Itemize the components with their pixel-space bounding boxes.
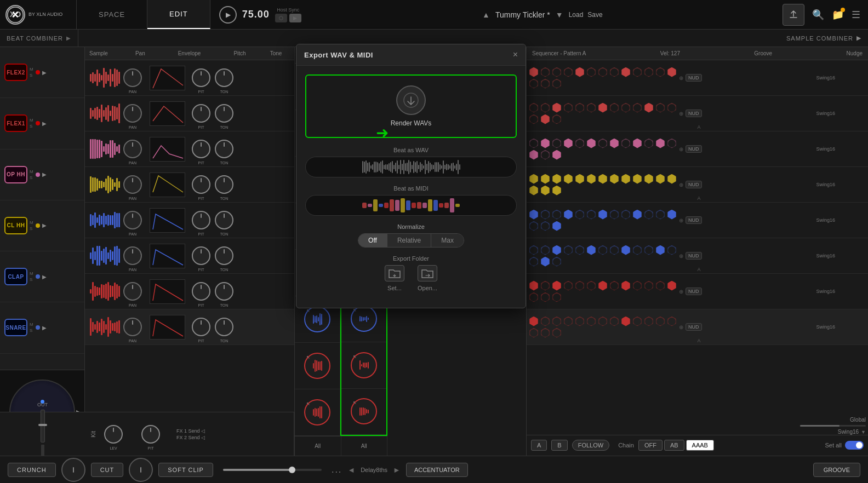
solo-btn-snare[interactable]: S [30,328,33,333]
sequencer-step[interactable] [540,79,550,89]
normalize-relative-button[interactable]: Relative [387,234,431,247]
sequencer-step[interactable] [575,67,585,77]
sequencer-step[interactable] [529,79,539,89]
sequencer-step[interactable] [529,328,539,338]
sequencer-step[interactable] [529,186,539,196]
prev-arrow[interactable]: ◄ [347,465,355,474]
preset-name[interactable]: Tummy Tickler * [495,10,550,19]
tone-knob[interactable]: TON [215,282,233,301]
mute-btn-clhh[interactable]: M [30,220,33,225]
pitch-knob[interactable]: PIT [192,282,210,301]
nudge-button[interactable]: NUD [686,288,702,295]
sequencer-step[interactable] [540,103,550,113]
sequencer-step[interactable] [552,328,562,338]
waveform-mini[interactable] [88,173,121,197]
sequencer-step[interactable] [529,245,539,255]
tab-space[interactable]: SPACE [77,0,147,29]
beat-combiner-label[interactable]: BEAT COMBINER ▶ [0,30,78,47]
pan-knob[interactable]: PAN [123,68,142,87]
nudge-button[interactable]: NUD [686,181,702,188]
preset-arrow-up[interactable]: ▲ [482,10,490,19]
sequencer-step[interactable] [540,186,550,196]
dots-menu[interactable]: ... [332,465,342,475]
chain-ab-button[interactable]: AB [664,440,684,451]
play-btn-ophh[interactable]: ▶ [42,171,47,177]
sequencer-step[interactable] [529,317,539,326]
drum-pad-flex2[interactable]: FLEX2 [4,64,27,81]
scroll-up[interactable]: ⊕ [679,253,683,259]
sequencer-step[interactable] [540,292,550,302]
scroll-up[interactable]: ⊕ [679,182,683,188]
nudge-button[interactable]: NUD [686,145,702,153]
all-raw-button[interactable]: All [295,436,341,456]
sequencer-step[interactable] [529,67,539,77]
sync-btn-2[interactable]: ▶ [289,14,301,22]
play-btn-flex1[interactable]: ▶ [42,120,47,127]
normalize-max-button[interactable]: Max [431,234,464,247]
sequencer-step[interactable] [563,210,573,220]
sequencer-step[interactable] [586,174,596,184]
sequencer-step[interactable] [621,67,631,77]
sync-btn-1[interactable]: ⬡ [275,14,287,22]
waveform-mini[interactable] [88,315,121,340]
sequencer-step[interactable] [575,245,585,255]
sequencer-step[interactable] [632,281,642,291]
sequencer-step[interactable] [552,257,562,267]
sequencer-step[interactable] [552,245,562,255]
sequencer-step[interactable] [667,174,677,184]
processed-cell[interactable]: ↖ [341,342,386,389]
processed-cell[interactable]: ↖ [341,389,386,435]
drum-pad-clhh[interactable]: CL HH [4,217,27,234]
crunch-knob[interactable] [61,458,85,482]
share-button[interactable] [783,4,804,26]
sequencer-step[interactable] [552,114,562,124]
sequencer-step[interactable] [575,210,585,220]
scroll-up[interactable]: ⊕ [679,324,683,330]
search-icon[interactable]: 🔍 [812,9,824,21]
sequencer-step[interactable] [540,245,550,255]
sequencer-step[interactable] [598,317,608,326]
sequencer-step[interactable] [586,103,596,113]
sequencer-step[interactable] [552,79,562,89]
waveform-mini[interactable] [88,279,121,304]
sequencer-step[interactable] [563,67,573,77]
sequencer-step[interactable] [655,103,665,113]
pitch-knob[interactable]: PIT [192,68,210,87]
sequencer-step[interactable] [540,210,550,220]
sequencer-step[interactable] [598,139,608,148]
sequencer-step[interactable] [667,139,677,148]
sequencer-step[interactable] [621,174,631,184]
folder-icon[interactable]: 📁 [832,9,844,21]
sequencer-step[interactable] [667,103,677,113]
set-all-toggle[interactable] [845,441,864,450]
play-btn-clap[interactable]: ▶ [42,274,47,280]
soft-clip-button[interactable]: SOFT CLIP [158,463,213,477]
sequencer-step[interactable] [540,174,550,184]
tempo-display[interactable]: 75.00 [242,9,270,20]
sequencer-step[interactable] [540,114,550,124]
solo-btn-flex2[interactable]: S [30,73,33,78]
scroll-up[interactable]: ⊕ [679,289,683,295]
pan-knob[interactable]: PAN [123,211,142,229]
sequencer-step[interactable] [540,328,550,338]
sequencer-step[interactable] [540,150,550,160]
sequencer-step[interactable] [644,281,654,291]
pan-knob[interactable]: PAN [123,175,142,194]
sequencer-step[interactable] [529,257,539,267]
sequencer-step[interactable] [586,245,596,255]
tone-knob[interactable]: TON [215,318,233,336]
sequencer-step[interactable] [529,221,539,231]
pitch-knob[interactable]: PIT [192,140,210,158]
pitch-knob[interactable]: PIT [192,104,210,123]
set-folder-button[interactable]: Set... [385,265,404,291]
sequencer-step[interactable] [586,67,596,77]
sequencer-step[interactable] [552,103,562,113]
drum-pad-flex1[interactable]: FLEX1 [4,114,27,132]
sequencer-step[interactable] [586,317,596,326]
swing-dropdown-arrow[interactable]: ▼ [861,429,866,435]
sequencer-step[interactable] [609,139,619,148]
sequencer-step[interactable] [598,210,608,220]
tone-knob[interactable]: TON [215,175,233,194]
sequencer-step[interactable] [575,139,585,148]
sequencer-step[interactable] [563,174,573,184]
